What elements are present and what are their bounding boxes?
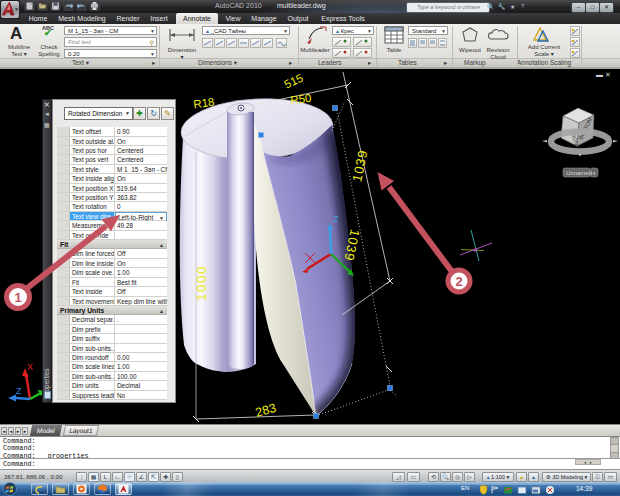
svg-text:1: 1 bbox=[14, 290, 21, 305]
svg-text:2: 2 bbox=[455, 274, 462, 289]
